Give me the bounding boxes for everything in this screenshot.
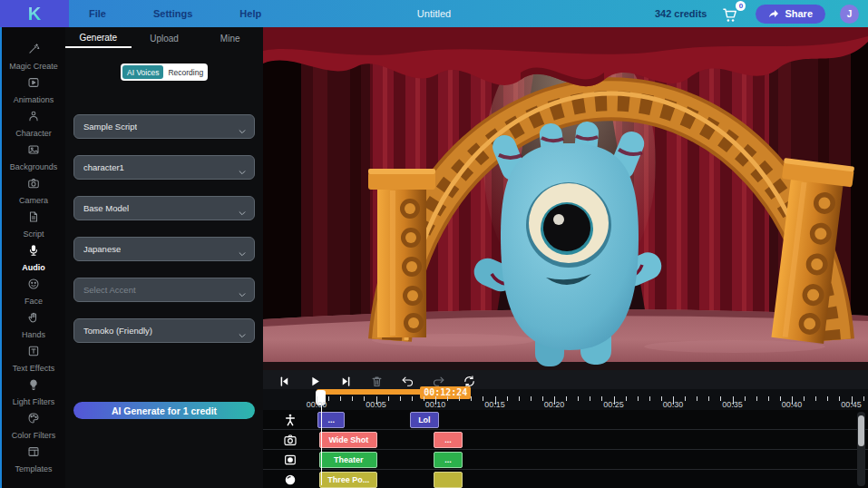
sidebar-item-label: Backgrounds	[10, 162, 58, 171]
sidebar-item-label: Script	[23, 229, 44, 239]
tool-sidebar: Magic Create Animations Character Backgr…	[2, 27, 65, 488]
ruler-minor-tick	[685, 396, 686, 401]
share-button[interactable]: Share	[756, 5, 825, 24]
ruler-minor-tick	[626, 396, 627, 401]
track-row-actor: ...Lol	[263, 410, 868, 430]
ruler-minor-tick	[863, 396, 864, 401]
voice-settings: Sample Script character1 Base Model Japa…	[73, 114, 255, 359]
ruler-minor-tick	[542, 396, 543, 401]
panel-tabs: GenerateUploadMine	[65, 27, 263, 53]
ruler-minor-tick	[531, 396, 532, 401]
tab-generate[interactable]: Generate	[65, 33, 132, 48]
timeline-clip[interactable]: Theater	[319, 452, 377, 468]
ai-generate-button[interactable]: AI Generate for 1 credit	[73, 402, 255, 419]
skip-end-button[interactable]	[337, 373, 354, 389]
track-row-camera: Wide Shot...	[263, 430, 868, 450]
sidebar-item-script[interactable]: Script	[2, 208, 65, 241]
ruler-tick-label: 00:20	[544, 400, 565, 409]
ruler-minor-tick	[804, 396, 805, 401]
chevron-down-icon	[238, 164, 247, 181]
top-menu-bar: K FileSettingsHelp Untitled 342 credits …	[0, 0, 868, 27]
sidebar-item-backgrounds[interactable]: Backgrounds	[2, 141, 65, 174]
language-select[interactable]: Japanese	[73, 237, 255, 261]
ruler-minor-tick	[720, 396, 721, 401]
chevron-down-icon	[238, 123, 247, 140]
sidebar-item-character[interactable]: Character	[2, 107, 65, 141]
timeline-clip[interactable]: ...	[434, 452, 463, 468]
sidebar-item-color-filters[interactable]: Color Filters	[2, 409, 65, 443]
credits-counter: 342 credits	[655, 8, 707, 19]
preview-viewport[interactable]	[263, 27, 868, 370]
skip-start-button[interactable]	[276, 373, 292, 389]
ruler-minor-tick	[352, 396, 353, 401]
ruler-minor-tick	[827, 396, 828, 401]
sidebar-item-text-effects[interactable]: Text Effects	[2, 342, 65, 376]
timeline-clip[interactable]: Wide Shot	[319, 432, 377, 448]
ruler-tick-label: 00:25	[603, 400, 624, 409]
ruler-tick-label: 00:15	[484, 400, 505, 409]
chevron-down-icon	[238, 246, 247, 262]
play-video-icon	[27, 76, 40, 93]
timeline-clip[interactable]: Three Po...	[319, 472, 377, 488]
ruler-minor-tick	[745, 396, 746, 401]
toggle-recording[interactable]: Recording	[163, 65, 208, 79]
video-editor-app: K FileSettingsHelp Untitled 342 credits …	[0, 0, 868, 488]
toggle-ai-voices[interactable]: AI Voices	[122, 65, 163, 79]
cart-button[interactable]: 0	[721, 4, 741, 24]
ruler-minor-tick	[708, 396, 709, 401]
sidebar-item-templates[interactable]: Templates	[2, 443, 65, 476]
ruler-minor-tick	[756, 396, 757, 401]
ruler-minor-tick	[578, 396, 579, 401]
sidebar-item-label: Face	[24, 297, 43, 306]
sidebar-item-light-filters[interactable]: Light Filters	[2, 376, 65, 409]
timeline-clip[interactable]	[434, 472, 463, 488]
sidebar-item-audio[interactable]: Audio	[2, 241, 65, 275]
tracks-scrollbar[interactable]	[857, 412, 865, 486]
voice-select[interactable]: Tomoko (Friendly)	[73, 318, 255, 343]
sidebar-item-label: Animations	[14, 95, 54, 104]
ruler-tick-label: 00:35	[722, 400, 743, 409]
chevron-down-icon	[238, 327, 247, 344]
ruler-minor-tick	[447, 396, 448, 401]
topbar-right: 342 credits 0 Share J	[655, 0, 859, 27]
backdrop-icon	[283, 453, 297, 467]
user-avatar[interactable]: J	[840, 5, 859, 24]
ruler-minor-tick	[815, 396, 816, 401]
microphone-icon	[27, 244, 40, 260]
actor-icon	[283, 413, 297, 427]
accent-select[interactable]: Select Accent	[73, 278, 255, 302]
trash-button[interactable]	[368, 373, 385, 389]
trash-icon	[370, 375, 384, 388]
chevron-down-icon	[238, 287, 247, 303]
ruler-minor-tick	[697, 396, 697, 401]
stage-left-column	[368, 169, 435, 337]
sidebar-item-face[interactable]: Face	[2, 275, 65, 308]
character-select[interactable]: character1	[73, 155, 255, 180]
sidebar-item-camera[interactable]: Camera	[2, 174, 65, 208]
magic-wand-icon	[27, 43, 40, 59]
undo-button[interactable]	[399, 373, 415, 389]
sidebar-item-magic-create[interactable]: Magic Create	[2, 40, 65, 73]
timeline-ruler[interactable]: 00:12:24 00:0000:0500:1000:1500:2000:250…	[263, 389, 868, 410]
sidebar-item-label: Audio	[22, 263, 45, 272]
tab-upload[interactable]: Upload	[132, 34, 198, 47]
ruler-tick-label: 00:30	[663, 400, 684, 409]
ruler-minor-tick	[340, 396, 341, 401]
scrollbar-thumb[interactable]	[858, 415, 864, 446]
ruler-tick-label: 00:05	[366, 400, 386, 409]
ruler-tick-label: 00:45	[841, 400, 862, 409]
ruler-minor-tick	[519, 396, 520, 401]
ruler-tick-label: 00:40	[782, 400, 803, 409]
model-select[interactable]: Base Model	[73, 196, 255, 220]
tab-mine[interactable]: Mine	[197, 34, 263, 47]
sidebar-item-label: Templates	[15, 464, 52, 473]
camera-icon	[283, 433, 297, 447]
timeline-clip[interactable]: ...	[434, 432, 463, 448]
ruler-tick-label: 00:10	[425, 400, 446, 409]
script-select[interactable]: Sample Script	[73, 114, 255, 139]
sidebar-item-animations[interactable]: Animations	[2, 73, 65, 107]
play-button[interactable]	[307, 373, 323, 389]
sidebar-item-hands[interactable]: Hands	[2, 308, 65, 342]
timeline-clip[interactable]: Lol	[410, 412, 439, 428]
ruler-minor-tick	[412, 396, 413, 401]
